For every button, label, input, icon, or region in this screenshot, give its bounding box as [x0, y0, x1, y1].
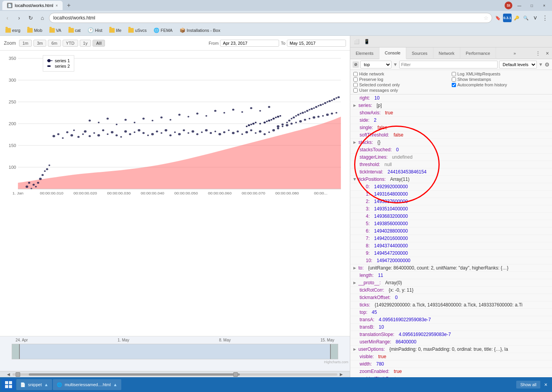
- prop-name: stacks:: [358, 139, 373, 145]
- minimize-button[interactable]: —: [514, 2, 525, 9]
- scroll-right-btn[interactable]: ▶: [339, 372, 344, 377]
- tab-performance[interactable]: Performance: [460, 47, 496, 59]
- scroll-track[interactable]: [12, 373, 337, 376]
- selected-context-checkbox[interactable]: [353, 83, 358, 87]
- prop-value: 1494720000000: [377, 257, 411, 264]
- user-messages-checkbox[interactable]: [353, 88, 358, 93]
- console-filter-input[interactable]: [399, 61, 498, 68]
- svg-point-27: [107, 133, 109, 135]
- zoom-3m-button[interactable]: 3m: [33, 40, 46, 47]
- svg-point-16: [62, 137, 64, 139]
- bookmark-star-icon[interactable]: ☆: [484, 15, 489, 21]
- scroll-thumb: [29, 373, 240, 376]
- log-xml-checkbox[interactable]: [452, 72, 456, 76]
- triangle-icon[interactable]: ▶: [353, 265, 356, 271]
- prop-name: 0:: [366, 184, 370, 190]
- scroll-handle-right[interactable]: [233, 372, 238, 377]
- hide-network-checkbox[interactable]: [353, 72, 358, 76]
- navigator-left-handle[interactable]: [12, 344, 20, 359]
- show-timestamps-checkbox[interactable]: [452, 77, 456, 82]
- new-tab-button[interactable]: +: [64, 1, 73, 10]
- zoom-1m-button[interactable]: 1m: [19, 40, 32, 47]
- forward-button[interactable]: ›: [14, 13, 24, 23]
- active-tab[interactable]: 📄 localhost/works.html ×: [2, 1, 63, 10]
- devtools-settings-btn[interactable]: ⋮: [533, 49, 543, 58]
- chrome-menu-button[interactable]: ⋮: [540, 14, 550, 22]
- prop-value: null: [384, 161, 392, 168]
- close-button[interactable]: ×: [539, 2, 550, 9]
- triangle-icon[interactable]: ▶: [353, 102, 356, 108]
- taskbar-multiseries[interactable]: 🌐 multiseriessamed....html ▲: [53, 379, 121, 390]
- from-date-input[interactable]: [220, 40, 279, 47]
- preserve-log-checkbox[interactable]: [353, 77, 358, 82]
- bookmark-va[interactable]: VA: [46, 27, 65, 33]
- console-line: ▶tickPositions: Array(11): [350, 176, 552, 183]
- url-bar[interactable]: localhost/works.html ☆: [49, 13, 492, 23]
- bookmark-usvcs[interactable]: uSvcs: [125, 27, 150, 33]
- autocomplete-checkbox[interactable]: [452, 83, 456, 87]
- taskbar-snippet[interactable]: 📄 snippet ▲: [16, 379, 52, 390]
- taskbar-snippet-label: snippet: [28, 382, 42, 387]
- tab-elements[interactable]: Elements: [350, 47, 379, 59]
- zoom-all-button[interactable]: All: [93, 40, 105, 47]
- scroll-left-btn[interactable]: ◀: [6, 372, 11, 377]
- back-button[interactable]: ‹: [2, 13, 12, 23]
- svg-point-65: [277, 128, 279, 130]
- tab-console[interactable]: Console: [379, 47, 406, 59]
- maximize-button[interactable]: □: [526, 2, 537, 9]
- zoom-1y-button[interactable]: 1y: [80, 40, 91, 47]
- bookmark-inst[interactable]: 📦 Installations - Box: [176, 27, 224, 34]
- bookmark-esrg[interactable]: esrg: [2, 27, 23, 33]
- svg-text:350: 350: [9, 56, 16, 61]
- triangle-icon[interactable]: ▶: [353, 139, 356, 145]
- svg-point-123: [309, 109, 311, 110]
- console-context-select[interactable]: top: [360, 61, 391, 68]
- devtools-device-btn[interactable]: 📱: [362, 37, 371, 46]
- bookmark-hist[interactable]: 🕐 Hist: [84, 26, 105, 34]
- svg-point-114: [288, 120, 290, 122]
- start-button[interactable]: [2, 379, 16, 390]
- to-date-input[interactable]: [287, 40, 346, 47]
- prop-name: 8:: [366, 243, 370, 249]
- tab-close-btn[interactable]: ×: [56, 4, 58, 8]
- show-all-button[interactable]: Show all: [516, 381, 540, 388]
- devtools-more-tabs[interactable]: »: [510, 47, 519, 59]
- ext-icon-3[interactable]: 🔍: [522, 14, 530, 22]
- svg-point-32: [129, 133, 131, 135]
- tab-network[interactable]: Network: [433, 47, 460, 59]
- console-line: tickInterval: 244163453846154: [350, 168, 552, 176]
- ext-adblock[interactable]: 0.3.1: [503, 14, 512, 22]
- bookmark-mob[interactable]: Mob: [24, 27, 45, 33]
- h-scrollbar[interactable]: ◀ ▶: [0, 371, 350, 377]
- svg-point-148: [250, 124, 252, 125]
- ext-icon-4[interactable]: V: [531, 14, 540, 22]
- console-line: softThreshold: false: [350, 131, 552, 139]
- console-settings-icon[interactable]: ⚙: [545, 61, 550, 68]
- devtools-inspect-btn[interactable]: ⬜: [352, 37, 361, 46]
- ext-icon-2[interactable]: 🔑: [512, 14, 521, 22]
- console-level-select[interactable]: Default levels: [499, 61, 537, 68]
- navigator-right-handle[interactable]: [330, 344, 338, 359]
- zoom-ytd-button[interactable]: YTD: [63, 40, 78, 47]
- refresh-button[interactable]: ↻: [26, 13, 36, 23]
- console-options: Hide network Log XMLHttpRequests Preserv…: [350, 70, 552, 94]
- folder-icon: [128, 28, 134, 33]
- zoom-6m-button[interactable]: 6m: [48, 40, 61, 47]
- devtools-close-btn[interactable]: ×: [543, 49, 552, 58]
- triangle-icon[interactable]: ▶: [353, 346, 356, 352]
- scroll-handle-left[interactable]: [16, 372, 20, 377]
- bookmark-cat[interactable]: cat: [65, 27, 84, 33]
- navigator-selection[interactable]: [20, 344, 330, 359]
- tab-sources[interactable]: Sources: [406, 47, 433, 59]
- bookmark-life[interactable]: life: [106, 27, 124, 33]
- triangle-icon[interactable]: ▶: [352, 178, 358, 181]
- console-scroll[interactable]: right: 10▶series: [p]showAxis: trueside:…: [350, 94, 552, 377]
- home-button[interactable]: ⌂: [37, 13, 47, 23]
- triangle-icon[interactable]: ▶: [353, 280, 356, 286]
- console-clear-btn[interactable]: ⊘: [353, 61, 359, 68]
- taskbar-close-btn[interactable]: ×: [541, 380, 550, 389]
- ext-icon-1[interactable]: 🔖: [494, 14, 502, 22]
- prop-value: {unitRange: 86400000, count: 2, unitName…: [368, 265, 508, 271]
- bookmark-fema[interactable]: 🌐 FEMA: [150, 27, 176, 34]
- console-line: tickRotCorr: {x: -0, y: 11}: [350, 287, 552, 294]
